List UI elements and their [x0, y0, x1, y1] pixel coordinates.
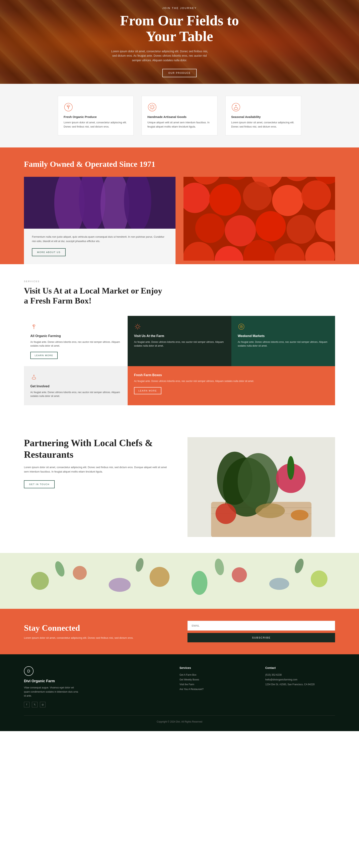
- family-title: Family Owned & Operated Since 1971: [24, 159, 335, 169]
- footer-bottom: Copyright © 2024 Divi. All Rights Reserv…: [24, 715, 335, 723]
- svg-point-79: [287, 456, 294, 480]
- services-label: SERVICES: [24, 280, 335, 283]
- eggplant-image: [24, 177, 175, 229]
- service-title-4: Fresh Farm Boxes: [134, 373, 329, 377]
- footer-phone: (515) 352-6238: [265, 674, 335, 676]
- family-text: Fermentum nulla non justo aliquet, quis …: [32, 235, 167, 243]
- feature-card-organic: Fresh Organic Produce Lorem ipsum dolor …: [58, 96, 134, 135]
- features-section: Fresh Organic Produce Lorem ipsum dolor …: [0, 84, 359, 148]
- footer-link-restaurant[interactable]: Are You A Restaurant?: [180, 688, 249, 691]
- service-card-organic-farming: All Organic Farming Ac feugiat ante. Don…: [24, 316, 128, 366]
- footer-social: f 𝕏 ◎: [24, 702, 164, 707]
- family-section: Family Owned & Operated Since 1971 Ferme…: [0, 148, 359, 264]
- services-section: SERVICES Visit Us At at a Local Market o…: [0, 264, 359, 422]
- svg-point-82: [255, 503, 285, 518]
- twitter-icon[interactable]: 𝕏: [32, 702, 37, 707]
- vegetables-banner-image: [0, 553, 359, 609]
- services-grid: All Organic Farming Ac feugiat ante. Don…: [24, 316, 335, 405]
- svg-line-10: [150, 105, 151, 106]
- email-input[interactable]: [188, 621, 335, 630]
- chefs-produce-image: [188, 437, 335, 537]
- sun-icon: [148, 102, 157, 112]
- family-text-block: Fermentum nulla non justo aliquet, quis …: [24, 229, 175, 264]
- family-left-col: Fermentum nulla non justo aliquet, quis …: [24, 177, 175, 264]
- feature-title-seasonal: Seasonal Availability: [231, 115, 295, 119]
- svg-point-39: [225, 215, 256, 246]
- svg-point-90: [232, 567, 247, 583]
- svg-point-38: [195, 213, 225, 243]
- footer-link-weekly-boxes[interactable]: Get Weekly Boxes: [180, 678, 249, 681]
- svg-point-83: [291, 510, 308, 520]
- footer: D Divi Organic Farm Vitae consequat augu…: [0, 654, 359, 731]
- service-title-2: Weekend Markets: [238, 334, 329, 338]
- svg-point-86: [73, 566, 87, 580]
- svg-point-37: [301, 180, 331, 210]
- footer-contact-col: Contact (515) 352-6238 hello@diviorganic…: [265, 666, 335, 707]
- svg-line-61: [136, 324, 136, 325]
- svg-point-22: [124, 177, 151, 229]
- chefs-title: Partnering With Local Chefs & Restaurant…: [24, 437, 171, 460]
- services-title: Visit Us At at a Local Market or Enjoy a…: [24, 286, 164, 306]
- svg-point-87: [109, 578, 131, 592]
- svg-point-35: [243, 181, 272, 210]
- svg-point-85: [31, 572, 49, 590]
- more-about-us-button[interactable]: MORE ABOUT US: [32, 248, 66, 256]
- chefs-desc: Lorem ipsum dolor sit amet, consectetur …: [24, 465, 171, 474]
- subscribe-button[interactable]: SUBSCRIBE: [188, 633, 335, 642]
- footer-link-visit-farm[interactable]: Visit the Farm: [180, 683, 249, 686]
- footer-brand: Divi Organic Farm: [24, 679, 164, 683]
- footer-copyright: Copyright © 2024 Divi. All Rights Reserv…: [24, 720, 335, 723]
- svg-point-91: [269, 578, 289, 590]
- svg-point-41: [287, 215, 315, 244]
- footer-address: 1234 Divi St. #1500, San Francisco, CA 9…: [265, 683, 335, 686]
- svg-point-92: [311, 570, 327, 587]
- family-right-col: [184, 177, 335, 260]
- footer-link-farm-box[interactable]: Get A Farm Box: [180, 674, 249, 676]
- service-card-get-involved: Get Involved Ac feugiat ante. Donec ultr…: [24, 366, 128, 405]
- get-in-touch-button[interactable]: GET IN TOUCH: [24, 480, 55, 488]
- svg-point-40: [256, 211, 286, 242]
- plant-icon: [64, 102, 73, 112]
- service-card-farm-boxes: Fresh Farm Boxes Ac feugiat ante. Donec …: [128, 366, 335, 405]
- feature-title-organic: Fresh Organic Produce: [64, 115, 128, 119]
- service-btn-0[interactable]: LEARN MORE: [30, 352, 58, 359]
- svg-rect-84: [0, 553, 359, 609]
- svg-line-13: [150, 108, 151, 109]
- footer-top: D Divi Organic Farm Vitae consequat augu…: [24, 666, 335, 707]
- svg-point-80: [216, 503, 236, 524]
- footer-email: hello@diviorganicfarming.com: [265, 678, 335, 681]
- svg-point-88: [150, 567, 169, 587]
- footer-services-col: Services Get A Farm Box Get Weekly Boxes…: [180, 666, 249, 707]
- stay-right: SUBSCRIBE: [188, 621, 335, 642]
- svg-line-62: [139, 328, 140, 329]
- stay-connected-section: Stay Connected Lorem ipsum dolor sit ame…: [0, 609, 359, 654]
- stay-connected-desc: Lorem ipsum dolor sit amet, consectetur …: [24, 636, 171, 640]
- svg-point-67: [241, 326, 242, 327]
- footer-logo-area: D Divi Organic Farm Vitae consequat augu…: [24, 666, 164, 707]
- sun-service-icon: [134, 323, 142, 331]
- feature-card-artisanal: Handmade Artisanal Goods Unique aliquet …: [141, 96, 218, 135]
- svg-line-64: [136, 328, 136, 329]
- footer-desc: Vitae consequat augue. Vivamus eget dolo…: [24, 686, 80, 698]
- hero-join-label: JOIN THE JOURNEY: [110, 7, 249, 9]
- svg-line-11: [154, 108, 154, 109]
- svg-point-34: [209, 184, 241, 216]
- svg-point-5: [151, 106, 154, 108]
- service-desc-3: Ac feugiat ante. Donec ultrices lobortis…: [30, 391, 121, 398]
- hero-desc: Lorem ipsum dolor sit amet, consectetur …: [110, 49, 209, 62]
- service-title-0: All Organic Farming: [30, 334, 121, 338]
- plant-service-icon: [30, 323, 38, 331]
- chefs-left: Partnering With Local Chefs & Restaurant…: [24, 437, 171, 488]
- feature-desc-organic: Lorem ipsum dolor sit amet, consectetur …: [64, 121, 128, 129]
- svg-point-56: [136, 325, 139, 328]
- svg-point-77: [238, 453, 279, 509]
- hero-produce-button[interactable]: OUR PRODUCE: [162, 69, 197, 77]
- hero-title: From Our Fields to Your Table: [110, 13, 249, 44]
- service-desc-1: Ac feugiat ante. Donec ultrices lobortis…: [134, 340, 225, 348]
- service-desc-4: Ac feugiat ante. Donec ultrices lobortis…: [134, 379, 329, 383]
- svg-point-36: [272, 185, 303, 216]
- service-btn-4[interactable]: LEARN MORE: [134, 387, 161, 394]
- instagram-icon[interactable]: ◎: [40, 702, 45, 707]
- footer-services-title: Services: [180, 666, 249, 670]
- facebook-icon[interactable]: f: [24, 702, 30, 707]
